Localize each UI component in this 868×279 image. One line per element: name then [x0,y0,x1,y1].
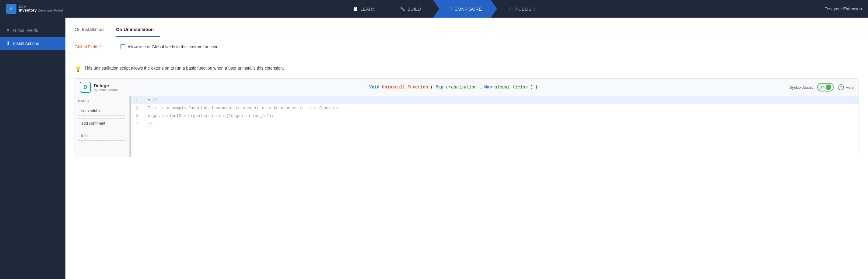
code-editor-main[interactable]: 1 ▼ /* 2 This is a sample function. Unco… [131,96,859,157]
code-block-set-variable[interactable]: set variable [78,106,126,116]
deluge-icon: D [80,82,91,93]
install-actions-icon: ⬇ [6,40,10,46]
test-extension-button[interactable]: Test your Extension [825,6,862,11]
publish-icon: ⊙ [509,6,513,11]
editor-controls: Syntax Assist On ? Help [789,83,854,92]
line-content-2: This is a sample function. Uncomment to … [148,106,340,110]
keyword-map-2: Map [484,85,492,90]
global-fields-checkbox-label: Allow use of Global fields in this custo… [127,44,219,49]
param-organization: organization [446,85,476,90]
nav-learn-label: LEARN [360,6,376,11]
help-icon: ? [838,84,844,90]
global-fields-icon: ✕ [6,27,10,33]
learn-icon: 📋 [353,6,358,11]
nav-build[interactable]: 🔧 BUILD [388,0,433,18]
info-emoji: 💡 [74,66,81,72]
line-content-3: organizationID = organization.get("organ… [148,114,274,118]
editor-header: D Deluge by Zoho Creator Void Uninstall_… [75,79,859,96]
sidebar-item-global-fields-label: Global Fields [13,28,38,33]
line-num-4: 4 [131,120,143,128]
code-line-4: 4 */ [131,120,859,128]
sidebar-item-install-actions-label: Install Actions [13,41,39,46]
code-line-2: 2 This is a sample function. Uncomment t… [131,104,859,112]
configure-icon: ⊙ [448,6,452,11]
syntax-assist-label: Syntax Assist [789,85,813,90]
logo-icon: Z [6,4,17,14]
line-num-3: 3 [131,112,143,120]
keyword-map-1: Map [436,85,443,90]
code-sidebar-section-title: BASIC [78,99,126,103]
logo-area: Z Zoho Inventory Developer Portal [6,4,63,14]
sidebar-item-global-fields[interactable]: ✕ Global Fields [0,24,65,37]
line-num-1: 1 [131,96,143,104]
editor-brand-text: Deluge by Zoho Creator [94,83,118,92]
nav-publish[interactable]: ⊙ PUBLISH [497,0,547,18]
tab-on-installation[interactable]: On Installation [74,24,110,37]
main-layout: ✕ Global Fields ⬇ Install Actions On Ins… [0,18,868,279]
main-content: On Installation On Uninstallation Global… [65,18,868,279]
global-fields-checkbox-row: Allow use of Global fields in this custo… [120,44,219,49]
code-line-1: 1 ▼ /* [131,96,859,104]
info-banner: 💡 This uninstallation script allows the … [74,66,859,72]
global-fields-label: Global Fields* [74,44,114,49]
code-sidebar: BASIC set variable add comment info [75,96,130,157]
nav-learn[interactable]: 📋 LEARN [341,0,388,18]
function-name: Uninstall_Function [382,85,428,90]
info-text: This uninstallation script allows the ex… [84,66,284,71]
editor-brand-name: Deluge [94,83,118,88]
keyword-void: Void [369,85,379,90]
code-line-3: 3 organizationID = organization.get("org… [131,112,859,120]
logo-text: Zoho Inventory Developer Portal [19,5,63,12]
editor-brand-sub: by Zoho Creator [94,88,118,92]
editor-body: BASIC set variable add comment info 1 [75,96,859,157]
code-block-info[interactable]: info [78,131,126,141]
line-num-2: 2 [131,104,143,112]
tabs: On Installation On Uninstallation [65,18,868,37]
help-label: Help [845,85,854,90]
sidebar: ✕ Global Fields ⬇ Install Actions [0,18,65,279]
line-content-4: */ [148,121,153,126]
param-global-fields: global_fields [495,85,528,90]
top-nav: Z Zoho Inventory Developer Portal 📋 LEAR… [0,0,868,18]
global-fields-checkbox[interactable] [120,44,125,49]
logo-inventory: Inventory Developer Portal [19,8,63,12]
nav-configure-label: CONFIGURE [455,6,482,11]
editor-brand: D Deluge by Zoho Creator [80,82,118,93]
editor-function-sig: Void Uninstall_Function ( Map organizati… [369,85,538,90]
nav-items: 📋 LEARN 🔧 BUILD ⊙ CONFIGURE ⊙ PUBLISH [63,0,825,18]
nav-publish-label: PUBLISH [515,6,535,11]
build-icon: 🔧 [400,6,405,11]
toggle-on-label: On [819,85,825,89]
tab-on-uninstallation[interactable]: On Uninstallation [116,24,160,37]
editor-container: D Deluge by Zoho Creator Void Uninstall_… [74,78,859,157]
code-block-add-comment[interactable]: add comment [78,118,126,128]
help-button[interactable]: ? Help [838,84,854,90]
global-fields-row: Global Fields* Allow use of Global field… [74,44,859,49]
nav-build-label: BUILD [407,6,421,11]
toggle-circle [826,84,831,90]
syntax-assist-toggle[interactable]: On [817,83,834,92]
content-section: Global Fields* Allow use of Global field… [65,37,868,63]
line-content-1: ▼ /* [148,98,157,102]
sidebar-item-install-actions[interactable]: ⬇ Install Actions [0,37,65,50]
nav-configure[interactable]: ⊙ CONFIGURE [433,0,497,18]
